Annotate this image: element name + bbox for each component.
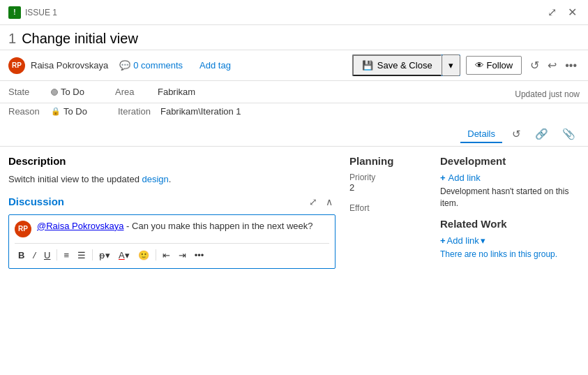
area-field: Area Fabrikam: [115, 87, 195, 97]
comments-button[interactable]: 💬 0 comments: [114, 57, 188, 73]
avatar: RP: [8, 57, 25, 74]
top-bar-right: ⤢ ✕: [545, 3, 580, 22]
discussion-title: Discussion: [8, 196, 64, 207]
comment-content: RP @Raisa Pokrovskaya - Can you make thi…: [15, 221, 329, 237]
add-tag-button[interactable]: Add tag: [194, 57, 236, 73]
author-name: Raisa Pokrovskaya: [31, 60, 108, 71]
italic-button[interactable]: /: [29, 248, 39, 263]
comment-avatar: RP: [15, 221, 31, 237]
attachment-tab-button[interactable]: 📎: [558, 125, 580, 143]
close-button[interactable]: ✕: [565, 3, 580, 22]
add-related-link-plus-icon: +: [440, 235, 446, 246]
expand-button[interactable]: ⤢: [545, 3, 559, 22]
reason-label: Reason: [8, 106, 47, 117]
bold-button[interactable]: B: [15, 248, 28, 263]
related-note-link: in this group: [509, 249, 555, 259]
fields-row-1: State To Do Area Fabrikam Updated just n…: [0, 81, 588, 103]
iteration-label: Iteration: [118, 106, 156, 117]
description-text-after: .: [169, 174, 172, 184]
top-bar-left: ! ISSUE 1: [8, 6, 545, 19]
save-close-dropdown-button[interactable]: ▾: [442, 54, 460, 76]
comment-icon: 💬: [119, 60, 130, 71]
state-value: To Do: [51, 87, 84, 97]
updated-text: Updated just now: [515, 89, 580, 99]
font-color-button[interactable]: A▾: [115, 248, 133, 263]
issue-label: ISSUE 1: [25, 8, 57, 17]
separator-2: [92, 249, 93, 260]
underline-button[interactable]: U: [40, 248, 54, 263]
comments-count: 0 comments: [133, 60, 183, 71]
reason-value: 🔒 To Do: [51, 106, 87, 117]
top-bar: ! ISSUE 1 ⤢ ✕: [0, 0, 588, 25]
fields-row-2: Reason 🔒 To Do Iteration Fabrikam\Iterat…: [0, 103, 588, 122]
content-area: Description Switch initial view to the u…: [0, 147, 588, 368]
tab-details[interactable]: Details: [460, 126, 502, 143]
discussion-header: Discussion ⤢ ∧: [8, 195, 336, 209]
left-panel: Description Switch initial view to the u…: [8, 155, 336, 360]
indent-more-button[interactable]: ⇥: [175, 248, 190, 263]
add-dev-link-plus-icon: +: [440, 172, 446, 183]
follow-button[interactable]: 👁 Follow: [466, 56, 522, 75]
issue-title: Change initial view: [22, 31, 138, 47]
priority-label: Priority: [349, 172, 426, 182]
area-value: Fabrikam: [158, 87, 195, 97]
related-note: There are no links in this group.: [440, 249, 580, 260]
bullet-list-button[interactable]: ☰: [74, 248, 89, 263]
planning-title: Planning: [349, 155, 426, 167]
tabs-row: Details ↺ 🔗 📎: [0, 122, 588, 147]
add-related-link[interactable]: + Add link ▾: [440, 235, 580, 246]
undo-button[interactable]: ↩: [545, 56, 559, 75]
refresh-button[interactable]: ↺: [527, 56, 542, 75]
title-bar: 1 Change initial view: [0, 25, 588, 50]
middle-panel: Planning Priority 2 Effort: [349, 155, 426, 360]
separator-3: [156, 249, 156, 260]
description-text-before: Switch initial view to the updated: [8, 174, 142, 184]
discussion-icons: ⤢ ∧: [306, 195, 336, 209]
separator-1: [56, 249, 57, 260]
mention-link[interactable]: @Raisa Pokrovskaya: [37, 221, 123, 231]
add-related-link-chevron-icon: ▾: [481, 235, 485, 246]
comment-area: RP @Raisa Pokrovskaya - Can you make thi…: [8, 214, 336, 269]
toolbar: RP Raisa Pokrovskaya 💬 0 comments Add ta…: [0, 50, 588, 81]
toolbar-icon-buttons: ↺ ↩ •••: [527, 56, 580, 75]
eye-icon: 👁: [475, 60, 484, 71]
comment-toolbar: B / U ≡ ☰ ᵽ▾ A▾ 🙂 ⇤ ⇥ •••: [15, 243, 329, 263]
more-options-button[interactable]: •••: [562, 57, 580, 75]
area-label: Area: [115, 87, 153, 97]
more-format-button[interactable]: •••: [191, 248, 208, 263]
save-icon: 💾: [362, 60, 373, 71]
reason-field: Reason 🔒 To Do: [8, 106, 87, 117]
issue-icon: !: [8, 6, 21, 19]
effort-label: Effort: [349, 203, 426, 213]
related-title: Related Work: [440, 218, 580, 230]
strikethrough-button[interactable]: ᵽ▾: [96, 248, 114, 263]
iteration-value: Fabrikam\Iteration 1: [160, 106, 241, 117]
state-label: State: [8, 87, 47, 97]
priority-value: 2: [349, 182, 426, 193]
link-tab-button[interactable]: 🔗: [531, 125, 552, 143]
add-dev-link[interactable]: + Add link: [440, 172, 580, 183]
description-text: Switch initial view to the updated desig…: [8, 172, 336, 186]
development-title: Development: [440, 155, 580, 167]
comment-text: @Raisa Pokrovskaya - Can you make this h…: [37, 221, 329, 231]
emoji-button[interactable]: 🙂: [135, 248, 153, 263]
discussion-expand-button[interactable]: ⤢: [306, 195, 320, 209]
history-tab-button[interactable]: ↺: [508, 125, 525, 143]
description-title: Description: [8, 155, 336, 167]
lock-icon: 🔒: [51, 107, 61, 116]
save-close-button[interactable]: 💾 Save & Close: [352, 54, 442, 76]
right-panel: Development + Add link Development hasn'…: [440, 155, 580, 360]
discussion-collapse-button[interactable]: ∧: [323, 195, 336, 209]
save-close-group: 💾 Save & Close ▾: [352, 54, 460, 76]
description-link[interactable]: design: [142, 174, 169, 184]
dev-note: Development hasn't started on this item.: [440, 186, 580, 209]
iteration-field: Iteration Fabrikam\Iteration 1: [118, 106, 241, 117]
indent-less-button[interactable]: ⇤: [159, 248, 174, 263]
issue-number: 1: [8, 31, 16, 47]
state-field: State To Do: [8, 87, 84, 97]
state-circle-icon: [51, 89, 58, 96]
align-left-button[interactable]: ≡: [60, 248, 73, 263]
